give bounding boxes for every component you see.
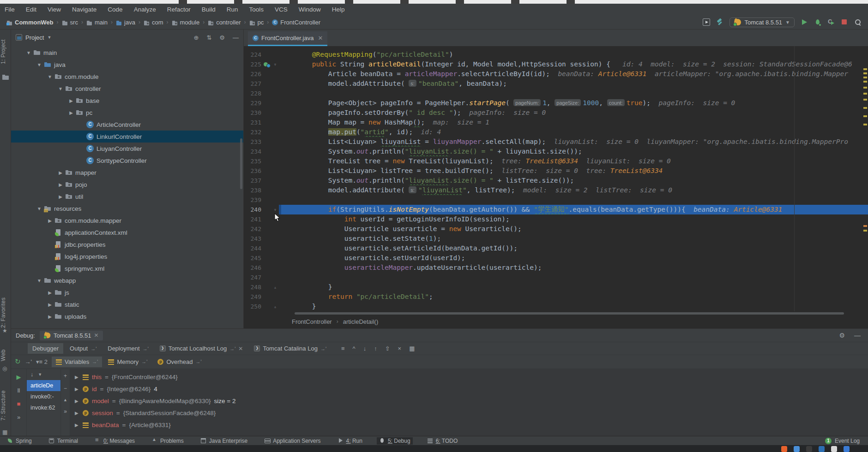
tree-item-linkurlcontroller[interactable]: LinkurlController	[11, 131, 243, 143]
close-icon[interactable]: ✕	[238, 345, 243, 352]
statusbar-4-run[interactable]: 4: Run	[335, 437, 365, 445]
gutter-line-246[interactable]: 246	[244, 263, 279, 273]
more-icon[interactable]: »	[64, 408, 67, 415]
menu-item-tools[interactable]: Tools	[249, 6, 264, 13]
hide-panel-icon[interactable]: —	[854, 332, 861, 339]
menu-item-build[interactable]: Build	[202, 6, 216, 13]
gutter-line-237[interactable]: 237	[244, 176, 279, 185]
stop-icon[interactable]: ■	[17, 400, 21, 407]
breadcrumb-com[interactable]: com	[144, 19, 163, 26]
stack-frame[interactable]: articleDe	[27, 380, 60, 391]
code-line-text[interactable]: userarticleMapper.updateUserarticle(user…	[279, 263, 868, 273]
gutter-line-235[interactable]: 235	[244, 156, 279, 166]
favorites-star-icon[interactable]: ★	[2, 327, 7, 334]
tree-item-com-module-mapper[interactable]: ▶com.module.mapper	[11, 214, 243, 226]
tree-item-mapper[interactable]: ▶mapper	[11, 167, 243, 178]
gutter-line-227[interactable]: 227	[244, 79, 279, 89]
gutter-line-232[interactable]: 232	[244, 127, 279, 137]
breadcrumb-method[interactable]: articleDetail()	[343, 318, 379, 325]
code-line-text[interactable]: userarticle.setState(1);	[279, 234, 868, 244]
tree-expand-icon[interactable]: ▼	[35, 206, 44, 211]
gutter-line-241[interactable]: 241	[244, 214, 279, 224]
tree-expand-icon[interactable]: ▶	[66, 110, 76, 115]
statusbar-problems[interactable]: Problems	[149, 437, 186, 445]
gear-icon[interactable]: ⚙	[839, 332, 845, 339]
tree-item-pc[interactable]: ▶pc	[11, 107, 243, 119]
tree-expand-icon[interactable]: ▶	[56, 194, 65, 199]
breadcrumb-java[interactable]: java	[116, 19, 135, 26]
event-log-button[interactable]: 1 Event Log	[825, 438, 863, 444]
statusbar-6-todo[interactable]: 6: TODO	[425, 437, 460, 445]
gutter-line-236[interactable]: 236	[244, 166, 279, 176]
fold-down-icon[interactable]: ▿	[271, 59, 279, 69]
show-execution-point-icon[interactable]: →'	[25, 358, 32, 365]
tree-item-log4j-properties[interactable]: log4j.properties	[11, 250, 243, 262]
menu-item-navigate[interactable]: Navigate	[72, 6, 96, 13]
hide-panel-icon[interactable]: —	[233, 34, 239, 41]
variable-row-beanData[interactable]: ▶beanData={Article@6331}	[70, 419, 868, 431]
view-tab-variables[interactable]: Variables→'	[52, 357, 102, 367]
taskbar-icon-1[interactable]	[794, 446, 800, 452]
tree-item-util[interactable]: ▶util	[11, 190, 243, 202]
statusbar-terminal[interactable]: Terminal	[46, 437, 80, 445]
layout-icon[interactable]: ^	[353, 345, 356, 352]
menu-item-file[interactable]: File	[5, 6, 15, 13]
tree-expand-icon[interactable]: ▶	[66, 98, 76, 103]
project-panel-title[interactable]: Project	[25, 34, 44, 41]
build-hammer-icon[interactable]	[716, 18, 723, 26]
breadcrumb-frontcontroller[interactable]: FrontController	[272, 19, 320, 26]
variable-row-this[interactable]: ▶this={FrontController@6244}	[70, 371, 868, 383]
stack-frame[interactable]: invoke0:-	[27, 391, 60, 402]
tree-item-main[interactable]: ▼main	[11, 47, 243, 59]
tree-expand-icon[interactable]: ▶	[56, 170, 65, 175]
menu-item-edit[interactable]: Edit	[26, 6, 36, 13]
menu-item-analyze[interactable]: Analyze	[134, 6, 156, 13]
add-watch-icon[interactable]: +	[64, 373, 67, 379]
move-up-icon[interactable]: ▲	[63, 398, 67, 402]
taskbar-icon-2[interactable]	[806, 446, 812, 452]
grid-icon[interactable]: ▦	[2, 429, 7, 435]
statusbar-application-servers[interactable]: Application Servers	[262, 437, 323, 445]
breadcrumb-class[interactable]: FrontController	[292, 318, 332, 325]
debug-tab-tomcat-localhost-log[interactable]: Tomcat Localhost Log→'✕	[155, 343, 248, 354]
debug-tab-tomcat-catalina-log[interactable]: Tomcat Catalina Log→'	[249, 343, 331, 354]
variable-row-id[interactable]: ▶id={Integer@6246}4	[70, 383, 868, 395]
frame-down-icon[interactable]: ↓	[30, 371, 33, 378]
code-line-text[interactable]: TreeList tree = new TreeList(liuyanList)…	[279, 156, 868, 166]
sidebar-tab-structure[interactable]: 7: Structure	[0, 386, 11, 425]
gutter-line-245[interactable]: 245	[244, 253, 279, 263]
pause-icon[interactable]: ‖	[17, 387, 20, 394]
gutter-line-249[interactable]: 249	[244, 292, 279, 302]
taskbar-icon-5[interactable]	[844, 446, 850, 452]
tree-expand-icon[interactable]: ▼	[35, 278, 44, 283]
view-tab-overhead[interactable]: Overhead→'	[153, 357, 205, 367]
menu-item-window[interactable]: Window	[299, 6, 321, 13]
tree-item-uploads[interactable]: ▶uploads	[11, 310, 243, 322]
tree-item-springmvc-xml[interactable]: springmvc.xml	[11, 262, 243, 274]
tree-item-applicationcontext-xml[interactable]: applicationContext.xml	[11, 226, 243, 238]
code-line-text[interactable]: System.out.println("liuyanList.size() = …	[279, 176, 868, 185]
up-icon[interactable]: ↑	[374, 345, 377, 352]
code-line-text[interactable]: List<Liuyan> listTree = tree.buildTree()…	[279, 166, 868, 176]
code-line-text[interactable]	[279, 273, 868, 282]
taskbar-icon-4[interactable]	[831, 446, 837, 452]
debug-tab-debugger[interactable]: Debugger	[28, 343, 63, 354]
code-line-text[interactable]: return "pc/articleDetail";	[279, 292, 868, 302]
gutter-line-234[interactable]: 234	[244, 147, 279, 156]
expand-icon[interactable]: ▶	[75, 410, 79, 416]
tree-expand-icon[interactable]: ▼	[56, 86, 65, 91]
code-line-text[interactable]	[279, 89, 868, 98]
tree-item-resources[interactable]: ▼resources	[11, 202, 243, 214]
sidebar-tab-favorites[interactable]: 2: Favorites	[0, 295, 11, 330]
tree-item-static[interactable]: ▶static	[11, 298, 243, 310]
code-line-text[interactable]: public String articleDetail(Integer id, …	[279, 59, 868, 69]
tree-expand-icon[interactable]: ▼	[35, 62, 44, 67]
breadcrumb-commonweb[interactable]: CommonWeb	[6, 19, 54, 26]
gutter-line-243[interactable]: 243	[244, 234, 279, 244]
statusbar-5-debug[interactable]: 5: Debug	[377, 437, 413, 445]
gutter-line-233[interactable]: 233	[244, 137, 279, 147]
breadcrumb-module[interactable]: module	[172, 19, 200, 26]
sidebar-tab-web[interactable]: Web	[0, 347, 11, 363]
tree-item-sorttypecontroller[interactable]: SorttypeController	[11, 155, 243, 167]
stop-button[interactable]	[841, 18, 848, 26]
